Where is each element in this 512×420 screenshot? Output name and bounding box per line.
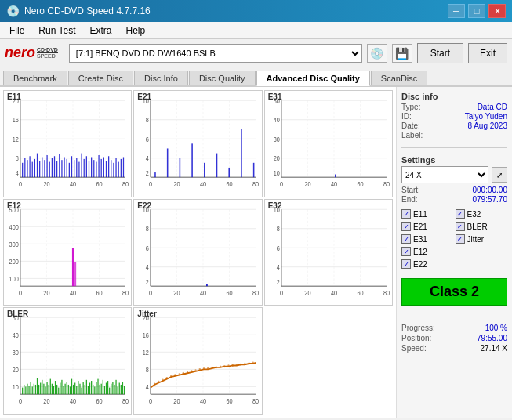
tab-scan-disc[interactable]: ScanDisc (371, 71, 427, 85)
svg-text:10: 10 (13, 384, 20, 392)
cb-e31[interactable]: ✓ (401, 234, 411, 244)
disc-type-label: Type: (401, 103, 420, 111)
svg-rect-42 (74, 160, 74, 177)
svg-rect-89 (216, 154, 218, 178)
svg-text:6: 6 (276, 244, 280, 252)
tab-disc-info[interactable]: Disc Info (134, 71, 188, 85)
svg-rect-36 (59, 154, 60, 177)
menu-help[interactable]: Help (120, 24, 152, 38)
svg-point-302 (187, 371, 188, 373)
svg-rect-24 (29, 156, 30, 177)
svg-text:60: 60 (227, 398, 234, 406)
minimize-button[interactable]: ─ (448, 4, 465, 18)
start-value: 000:00.00 (473, 186, 508, 194)
chart-e22-svg: 10 8 6 4 2 0 20 40 60 80 (134, 200, 261, 306)
svg-text:2: 2 (276, 278, 280, 286)
svg-rect-54 (103, 157, 104, 177)
cb-e21[interactable]: ✓ (401, 222, 411, 231)
svg-rect-46 (84, 159, 85, 177)
svg-text:40: 40 (70, 398, 77, 406)
cb-jitter[interactable]: ✓ (456, 234, 465, 244)
svg-point-304 (203, 368, 205, 369)
tab-benchmark[interactable]: Benchmark (3, 71, 67, 85)
cb-jitter-label: Jitter (467, 235, 485, 244)
svg-rect-203 (24, 385, 24, 394)
tab-disc-quality[interactable]: Disc Quality (189, 71, 256, 85)
menu-file[interactable]: File (3, 24, 31, 38)
svg-rect-28 (39, 161, 40, 177)
svg-point-309 (245, 363, 246, 364)
svg-text:80: 80 (252, 398, 260, 406)
position-row: Position: 79:55.00 (401, 334, 507, 342)
svg-rect-238 (81, 388, 82, 395)
svg-text:20: 20 (174, 181, 181, 189)
cb-e12-label: E12 (413, 248, 427, 256)
tab-advanced-disc-quality[interactable]: Advanced Disc Quality (256, 71, 370, 86)
svg-text:0: 0 (280, 290, 284, 298)
tab-create-disc[interactable]: Create Disc (68, 71, 133, 85)
svg-text:4: 4 (146, 155, 150, 163)
svg-rect-254 (107, 381, 108, 394)
drive-selector[interactable]: [7:1] BENQ DVD DD DW1640 BSLB (69, 44, 362, 63)
svg-text:4: 4 (276, 264, 280, 272)
chart-e31-svg: 50 40 30 20 10 0 20 40 60 80 (265, 91, 392, 197)
cb-bler-label: BLER (467, 223, 488, 231)
svg-rect-53 (101, 159, 102, 177)
cb-e11[interactable]: ✓ (401, 209, 411, 219)
menu-runtest[interactable]: Run Test (32, 24, 82, 38)
svg-rect-209 (34, 384, 34, 394)
svg-text:80: 80 (383, 290, 390, 298)
svg-rect-41 (71, 156, 72, 177)
cb-bler[interactable]: ✓ (456, 222, 465, 231)
svg-rect-221 (53, 386, 54, 394)
svg-rect-114 (335, 175, 336, 178)
end-label: End: (401, 195, 418, 204)
cb-e11-label: E11 (413, 210, 427, 219)
cb-e12[interactable]: ✓ (401, 247, 411, 256)
svg-rect-33 (52, 158, 53, 177)
svg-rect-242 (88, 386, 89, 394)
svg-rect-39 (67, 159, 67, 177)
svg-text:20: 20 (304, 290, 311, 298)
svg-rect-87 (192, 143, 194, 177)
chart-e22: E22 10 8 6 4 2 0 20 40 60 80 (133, 199, 262, 306)
svg-text:0: 0 (149, 181, 153, 189)
svg-rect-229 (67, 382, 67, 395)
start-button[interactable]: Start (417, 43, 463, 63)
maximize-button[interactable]: □ (468, 4, 485, 18)
exit-button[interactable]: Exit (468, 43, 507, 63)
svg-text:20: 20 (273, 155, 280, 163)
cb-e31-label: E31 (413, 235, 427, 244)
cb-e22[interactable]: ✓ (401, 259, 411, 269)
disc-icon-button[interactable]: 💿 (367, 44, 387, 63)
close-button[interactable]: ✕ (488, 4, 506, 18)
charts-area: E11 20 16 12 8 4 0 20 (0, 87, 396, 418)
svg-rect-22 (24, 158, 25, 177)
disc-date-value: 8 Aug 2023 (467, 121, 507, 130)
save-button[interactable]: 💾 (392, 44, 412, 63)
menu-extra[interactable]: Extra (83, 24, 118, 38)
speed-select[interactable]: 24 X (401, 166, 488, 183)
svg-rect-210 (35, 385, 36, 394)
svg-rect-249 (99, 385, 100, 394)
svg-rect-228 (64, 384, 65, 394)
svg-rect-44 (78, 162, 79, 178)
chart-jitter: Jitter 20 16 12 8 4 0 20 40 60 80 (133, 307, 262, 415)
svg-text:12: 12 (13, 136, 20, 143)
svg-rect-21 (22, 163, 23, 177)
progress-section: Progress: 100 % Position: 79:55.00 Speed… (401, 324, 507, 354)
speed-label: SPEED (37, 52, 58, 59)
svg-rect-45 (81, 154, 82, 178)
disc-date-row: Date: 8 Aug 2023 (401, 121, 507, 130)
svg-point-299 (162, 379, 164, 381)
speed-icon-button[interactable]: ⤢ (492, 167, 507, 183)
cb-e22-label: E22 (413, 260, 427, 269)
disc-label-label: Label: (401, 131, 423, 139)
checkboxes-grid: ✓ E11 ✓ E32 ✓ E21 ✓ BLER ✓ E31 ✓ Jitter (401, 209, 507, 270)
svg-point-286 (158, 381, 160, 383)
cb-e32[interactable]: ✓ (456, 209, 465, 219)
svg-text:300: 300 (9, 241, 20, 248)
svg-rect-48 (89, 161, 89, 177)
right-panel: Disc info Type: Data CD ID: Taiyo Yuden … (396, 87, 512, 418)
position-label: Position: (401, 334, 431, 342)
